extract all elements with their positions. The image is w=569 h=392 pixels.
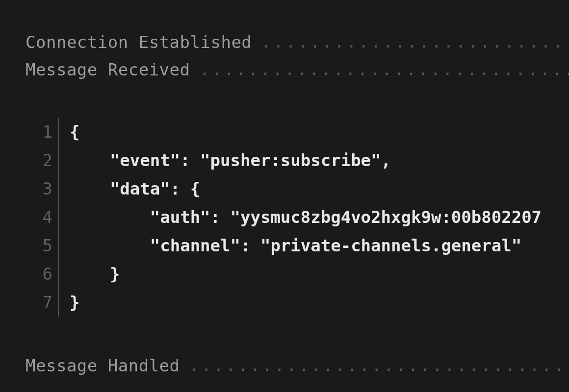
gutter-divider (58, 203, 59, 231)
line-number: 1 (28, 118, 52, 146)
line-number: 6 (28, 260, 52, 288)
log-dots: ........................................… (190, 352, 569, 379)
line-number: 2 (28, 146, 52, 174)
code-block: 1 { 2 "event": "pusher:subscribe", 3 "da… (28, 118, 569, 317)
line-number: 5 (28, 231, 52, 260)
log-dots: ........................................… (261, 28, 569, 56)
code-content: "auth": "yysmuc8zbg4vo2hxgk9w:00b802207 (70, 203, 542, 231)
code-line: 4 "auth": "yysmuc8zbg4vo2hxgk9w:00b80220… (28, 203, 569, 231)
code-line: 7 } (28, 288, 569, 317)
gutter-divider (58, 146, 59, 174)
line-number: 4 (28, 203, 52, 231)
gutter-divider (58, 288, 59, 317)
log-label: Message Received (26, 56, 190, 83)
gutter-divider (58, 118, 59, 146)
code-content: "event": "pusher:subscribe", (70, 146, 391, 174)
log-line-connection-established: Connection Established .................… (26, 28, 569, 56)
code-content: "channel": "private-channels.general" (70, 231, 521, 260)
gutter-divider (58, 174, 59, 203)
code-content: "data": { (70, 174, 200, 203)
log-line-message-received: Message Received .......................… (26, 56, 569, 83)
code-line: 2 "event": "pusher:subscribe", (28, 146, 569, 174)
gutter-divider (58, 231, 59, 260)
code-line: 1 { (28, 118, 569, 146)
code-line: 5 "channel": "private-channels.general" (28, 231, 569, 260)
code-content: } (70, 260, 120, 288)
line-number: 7 (28, 288, 52, 317)
log-label: Connection Established (26, 28, 252, 56)
code-content: } (70, 288, 79, 317)
code-content: { (70, 118, 79, 146)
line-number: 3 (28, 174, 52, 203)
code-line: 3 "data": { (28, 174, 569, 203)
code-line: 6 } (28, 260, 569, 288)
gutter-divider (58, 260, 59, 288)
log-dots: ........................................… (200, 56, 569, 83)
log-line-message-handled: Message Handled ........................… (26, 352, 569, 379)
log-label: Message Handled (26, 352, 180, 379)
